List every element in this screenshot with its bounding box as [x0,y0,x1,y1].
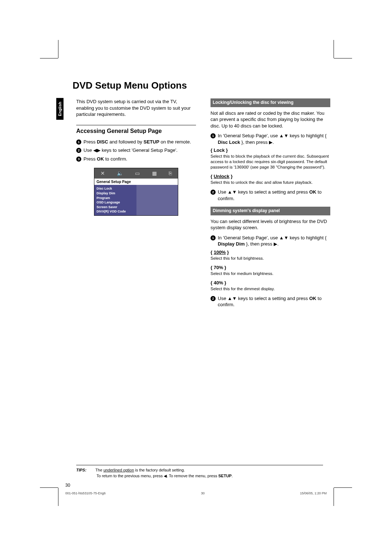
step-2: 2 Use ◀▶ keys to select 'General Setup P… [76,147,196,154]
step-number-icon: 3 [76,157,81,162]
option-unlock-label: { Unlock } [211,174,330,179]
step-number-icon: 2 [211,296,216,301]
option-70-desc: Select this for medium brightness. [211,271,330,276]
step-2: 2 Use ▲▼ keys to select a setting and pr… [211,189,330,202]
page-title: DVD Setup Menu Options [73,80,352,91]
menu-item: Disc Lock [97,186,134,191]
tips-line-2: To return to the previous menu, press ◀.… [97,474,233,478]
menu-header: General Setup Page [94,179,178,185]
section-paragraph: You can select different levels of brigh… [211,218,330,231]
option-unlock-desc: Select this to unlock the disc and allow… [211,180,330,185]
section-bar-locking: Locking/Unlocking the disc for viewing [211,98,330,107]
page-number: 30 [65,483,70,488]
crop-mark [334,487,352,488]
menu-item: Display Dim [97,191,134,196]
step-1: 1 In 'General Setup Page', use ▲▼ keys t… [211,133,330,145]
speaker-icon: 🔈 [117,170,123,176]
option-40-label: { 40% } [211,280,330,285]
step-text: In 'General Setup Page', use ▲▼ keys to … [218,133,330,145]
menu-item: Screen Saver [97,205,134,210]
step-1: 1 In 'General Setup Page', use ▲▼ keys t… [211,235,330,247]
step-text: In 'General Setup Page', use ▲▼ keys to … [218,235,330,247]
menu-item: Program [97,196,134,200]
tips-block: TIPS: The underlined option is the facto… [76,465,323,479]
step-3: 3 Press OK to confirm. [76,156,196,162]
option-40-desc: Select this for the dimmest display. [211,286,330,292]
menu-icon-row: ✕ 🔈 ▭ ▦ ⎘ [94,168,178,179]
step-text: Use ▲▼ keys to select a setting and pres… [218,295,330,308]
video-icon: ▭ [135,170,140,176]
intro-text: This DVD system setup is carried out via… [76,98,196,118]
step-text: Press DISC and followed by SETUP on the … [83,139,196,145]
crop-mark [334,488,334,506]
section-paragraph: Not all discs are rated or coded by the … [211,110,330,129]
option-100-desc: Select this for full brightness. [211,256,330,261]
exit-icon: ⎘ [169,170,172,176]
step-text: Use ▲▼ keys to select a setting and pres… [218,189,330,202]
step-number-icon: 2 [76,148,81,153]
left-column: This DVD system setup is carried out via… [76,98,196,310]
step-1: 1 Press DISC and followed by SETUP on th… [76,139,196,145]
crop-mark [40,487,58,488]
option-70-label: { 70% } [211,265,330,270]
footer: 001-051-hts5310S-75-Eng6 30 15/06/05, 1:… [65,491,327,495]
footer-filename: 001-051-hts5310S-75-Eng6 [65,491,106,495]
tips-line-1: The underlined option is the factory def… [95,468,185,472]
right-column: Locking/Unlocking the disc for viewing N… [211,98,330,310]
step-number-icon: 1 [76,139,81,145]
tips-label: TIPS: [76,467,94,473]
option-lock-label: { Lock } [211,147,330,153]
step-text: Press OK to confirm. [83,156,196,162]
menu-item: DIVX(R) VOD Code [97,209,134,214]
menu-item-list: Disc Lock Display Dim Program OSD Langua… [94,185,136,215]
option-100-label: { 100% } [211,250,330,255]
step-number-icon: 2 [211,190,216,195]
menu-item: OSD Language [97,200,134,205]
separator [76,125,196,125]
section-bar-dimming: Dimming system's display panel [211,207,330,215]
step-text: Use ◀▶ keys to select 'General Setup Pag… [83,147,196,154]
footer-page: 30 [201,491,205,495]
tools-icon: ✕ [101,170,105,176]
section-heading-general-setup: Accessing General Setup Page [76,127,196,134]
step-number-icon: 1 [211,235,216,240]
menu-screenshot: ✕ 🔈 ▭ ▦ ⎘ General Setup Page Disc Lock D… [94,168,178,216]
option-lock-desc: Select this to block the playback of the… [211,154,330,170]
step-number-icon: 1 [211,133,216,138]
grid-icon: ▦ [152,170,157,176]
language-tab: English [56,98,64,120]
crop-mark [58,488,58,506]
step-2: 2 Use ▲▼ keys to select a setting and pr… [211,295,330,308]
footer-timestamp: 15/06/05, 1:20 PM [300,491,327,495]
menu-right-panel [136,185,178,215]
